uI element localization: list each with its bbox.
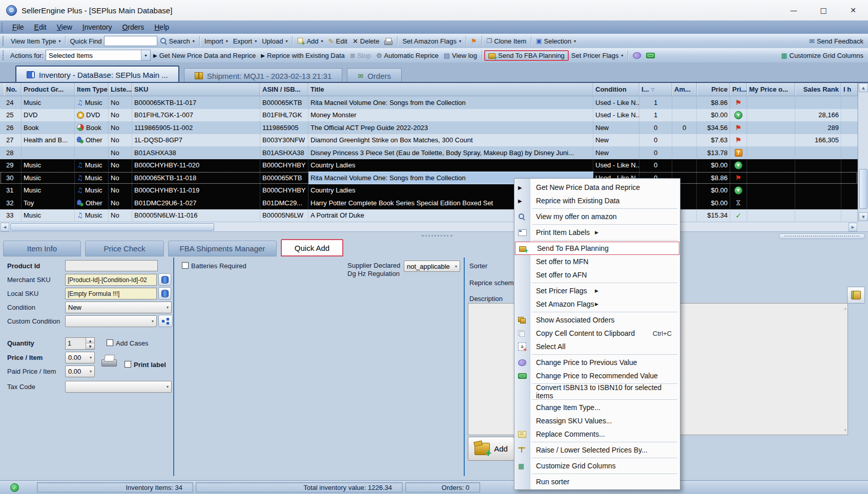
- detail-tab-item-info[interactable]: Item Info: [3, 241, 81, 256]
- minimize-button[interactable]: —: [779, 0, 809, 20]
- column-header-no[interactable]: No.: [4, 83, 22, 96]
- grid-horizontal-scrollbar[interactable]: ◀ ▶: [0, 222, 858, 232]
- reprice-existing-button[interactable]: ▶Reprice with Existing Data: [258, 51, 347, 60]
- add-toolbar-button[interactable]: Add▾: [295, 36, 325, 46]
- add-cases-checkbox[interactable]: [107, 339, 113, 346]
- combo-dropdown-button[interactable]: ▾: [141, 50, 150, 60]
- quantity-spin-buttons[interactable]: ▲▼: [86, 338, 94, 349]
- export-button[interactable]: Export▾: [231, 36, 260, 46]
- context-menu-item-get-new-price-data-and-reprice[interactable]: ▶Get New Price Data and Reprice: [514, 181, 680, 194]
- column-header-price[interactable]: Price: [697, 83, 730, 96]
- view-item-type-button[interactable]: View Item Type▾: [8, 36, 63, 46]
- table-row-30[interactable]: 30Music♫MusicNoB000065KTB-11-018B000065K…: [0, 171, 858, 184]
- context-menu-item-replace-comments[interactable]: Replace Comments...: [514, 427, 680, 441]
- context-menu-item-customize-grid-columns[interactable]: ▦Customize Grid Columns: [514, 459, 680, 472]
- quantity-stepper[interactable]: 1 ▲▼: [65, 337, 95, 350]
- close-button[interactable]: ✕: [838, 0, 868, 20]
- quick-find-input[interactable]: [104, 36, 157, 46]
- scroll-up-button[interactable]: ▲: [859, 83, 868, 92]
- column-header-pri[interactable]: Pri...: [730, 83, 747, 96]
- price-recommended-button[interactable]: [644, 52, 657, 59]
- notebook-button[interactable]: [847, 287, 865, 304]
- horizontal-scroll-thumb[interactable]: [10, 223, 214, 231]
- add-item-button[interactable]: Add: [468, 437, 514, 461]
- send-to-fba-planning-button[interactable]: Send To FBA Planning: [484, 50, 569, 61]
- custom-condition-options-button[interactable]: [158, 315, 173, 327]
- table-row-33[interactable]: 33Music♫MusicNoB00005N6LW-11-016B00005N6…: [0, 209, 858, 222]
- set-amazon-flags-button[interactable]: Set Amazon Flags▾: [400, 36, 464, 46]
- column-header-item-type[interactable]: Item Type: [75, 83, 109, 96]
- column-header-liste[interactable]: Liste...: [109, 83, 132, 96]
- column-header-am[interactable]: Am...: [672, 83, 697, 96]
- column-header-sales-rank[interactable]: Sales Rank: [795, 83, 841, 96]
- spin-down-icon[interactable]: ▼: [86, 343, 94, 349]
- send-feedback-button[interactable]: ✉Send Feedback: [807, 36, 866, 46]
- clone-item-button[interactable]: ❐Clone Item: [484, 36, 529, 46]
- automatic-reprice-button[interactable]: ⚙Automatic Reprice: [374, 51, 441, 60]
- grid-vertical-scrollbar[interactable]: ▲ ▼: [858, 83, 868, 222]
- local-sku-input[interactable]: [Empty Formula !!!]: [65, 288, 157, 299]
- menu-orders[interactable]: Orders: [117, 21, 149, 34]
- table-row-27[interactable]: 27Health and B...OtherNo1L-DQSD-8GP7B003…: [0, 134, 858, 147]
- search-button[interactable]: Search▾: [157, 36, 197, 46]
- table-row-32[interactable]: 32ToyOtherNoB01DMC29U6-1-027B01DMC29...H…: [0, 197, 858, 209]
- upload-button[interactable]: Upload▾: [259, 36, 290, 46]
- paid-price-select[interactable]: 0.00▾: [65, 366, 95, 377]
- context-menu-item-copy-cell-content-to-clipboard[interactable]: Copy Cell Content to ClipboardCtrl+C: [514, 327, 680, 340]
- collapse-grip[interactable]: [779, 233, 865, 239]
- delete-button[interactable]: ✕Delete: [350, 36, 382, 46]
- customize-grid-columns-button[interactable]: ▦Customize Grid Columns: [778, 51, 866, 60]
- context-menu-item-change-price-to-recommended-value[interactable]: Change Price to Recommended Value: [514, 369, 680, 382]
- detail-tab-quick-add[interactable]: Quick Add: [281, 239, 343, 256]
- menu-view[interactable]: View: [52, 21, 77, 34]
- table-row-29[interactable]: 29Music♫MusicNoB000CHYHBY-11-020B000CHYH…: [0, 159, 858, 172]
- selection-button[interactable]: ▣Selection▾: [533, 36, 578, 46]
- product-id-input[interactable]: [65, 260, 158, 271]
- batteries-required-checkbox[interactable]: [182, 262, 189, 269]
- context-menu-item-set-offer-to-afn[interactable]: Set offer to AFN: [514, 268, 680, 282]
- context-menu-item-view-my-offer-on-amazon[interactable]: View my offer on amazon: [514, 210, 680, 223]
- spin-up-icon[interactable]: ▲: [86, 338, 94, 343]
- scroll-down-button[interactable]: ▼: [859, 212, 868, 221]
- menu-edit[interactable]: Edit: [29, 21, 52, 34]
- print-labels-button[interactable]: [382, 37, 395, 46]
- print-label-checkbox[interactable]: [125, 361, 131, 368]
- tab-orders[interactable]: ✉Orders: [347, 68, 402, 83]
- column-header-i[interactable]: I...▽: [639, 83, 672, 96]
- detail-tab-fba-shipments-manager[interactable]: FBA Shipments Manager: [168, 241, 277, 256]
- tab-shipment[interactable]: Shipment: MQJ1 - 2023-02-13 21:31: [184, 68, 342, 83]
- column-header-asin-isb[interactable]: ASIN / ISB...: [260, 83, 308, 96]
- context-menu-item-set-pricer-flags[interactable]: Set Pricer Flags▶: [514, 284, 680, 297]
- context-menu-item-reassign-sku-values[interactable]: Reassign SKU Values...: [514, 414, 680, 427]
- scroll-right-button[interactable]: ▶: [849, 223, 857, 231]
- price-item-select[interactable]: 0.00▾: [65, 352, 95, 363]
- vertical-scroll-thumb[interactable]: [859, 169, 867, 209]
- column-header-condition[interactable]: Condition: [593, 83, 639, 96]
- price-previous-button[interactable]: [630, 51, 644, 60]
- context-menu-item-show-associated-orders[interactable]: Show Associated Orders: [514, 313, 680, 327]
- stop-button[interactable]: ■Stop: [347, 51, 374, 60]
- local-sku-formula-button[interactable]: [158, 287, 171, 299]
- merchant-sku-input[interactable]: [Product-Id]-[Condition-Id]-02: [65, 274, 157, 286]
- table-row-31[interactable]: 31Music♫MusicNoB000CHYHBY-11-019B000CHYH…: [0, 184, 858, 197]
- condition-select[interactable]: New▾: [65, 302, 172, 313]
- scroll-left-button[interactable]: ◀: [1, 223, 9, 231]
- view-log-button[interactable]: ▤View log: [441, 51, 480, 60]
- context-menu-item-set-offer-to-mfn[interactable]: Set offer to MFN: [514, 255, 680, 268]
- menu-inventory[interactable]: Inventory: [77, 21, 117, 34]
- column-header-product-gr[interactable]: Product Gr...: [22, 83, 75, 96]
- context-menu-item-print-item-labels[interactable]: Print Item Labels▶: [514, 226, 680, 239]
- column-header-my-price-o[interactable]: My Price o...: [747, 83, 795, 96]
- get-new-price-button[interactable]: ▶Get New Price Data and Reprice: [151, 51, 258, 60]
- table-row-25[interactable]: 25DVDDVDNoB01FIHL7GK-1-007B01FIHL7GKMone…: [0, 109, 858, 122]
- set-pricer-flags-button[interactable]: Set Pricer Flags▾: [569, 51, 626, 60]
- menu-help[interactable]: Help: [149, 21, 174, 34]
- column-header-title[interactable]: Title: [308, 83, 593, 96]
- context-menu-item-set-amazon-flags[interactable]: Set Amazon Flags▶: [514, 297, 680, 311]
- actions-for-combobox[interactable]: Selected Items▾: [46, 50, 151, 61]
- panel-splitter[interactable]: [0, 231, 868, 240]
- maximize-button[interactable]: □: [809, 0, 838, 20]
- table-row-26[interactable]: 26BookBookNo1119865905-11-0021119865905T…: [0, 121, 858, 134]
- context-menu-item-run-sorter[interactable]: Run sorter: [514, 475, 680, 488]
- context-menu-item-raise-lower-selected-prices-by[interactable]: Raise / Lower Selected Prices By...: [514, 443, 680, 457]
